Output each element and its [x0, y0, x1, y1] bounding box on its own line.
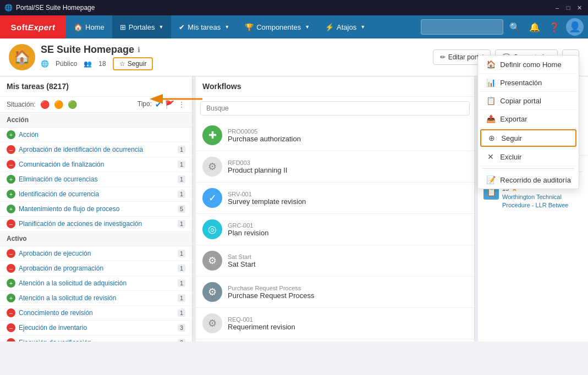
task-link[interactable]: Identificación de ocurrencia [19, 190, 175, 198]
nav-componentes[interactable]: 🏆 Componentes ▼ [237, 15, 317, 38]
task-status-icon: + [7, 190, 15, 198]
task-link[interactable]: Eliminación de ocurrencias [19, 175, 175, 183]
workflow-icon: ⚙ [202, 157, 222, 177]
workflow-info: Sat Start Sat Start [228, 253, 468, 268]
maximize-button[interactable]: □ [564, 3, 573, 12]
list-item[interactable]: – Conocimiento de revisión 1 [0, 306, 192, 321]
search-icon-btn[interactable]: 🔍 [507, 19, 523, 35]
workflow-item[interactable]: ◎ GRC-001 Plan revision [196, 214, 474, 245]
task-link[interactable]: Mantenimiento de flujo de proceso [19, 205, 175, 213]
task-count: 2 [178, 339, 185, 341]
dropdown-item-label: Seguir [501, 134, 522, 142]
visibility-label: Público [56, 60, 77, 68]
list-item[interactable]: – Aprobación de programación 1 [0, 261, 192, 276]
dropdown-item-label: Copiar portal [500, 97, 541, 105]
orange-filter-icon[interactable]: 🟠 [54, 100, 63, 109]
list-item[interactable]: – Planificación de acciones de investiga… [0, 217, 192, 231]
nav-portales[interactable]: ⊞ Portales ▼ [112, 15, 172, 38]
task-status-icon: – [7, 160, 15, 169]
dropdown-item[interactable]: 📊 Presentación [478, 74, 579, 92]
task-status-icon: + [7, 294, 15, 302]
task-link[interactable]: Planificación de acciones de investigaci… [19, 220, 175, 228]
task-link[interactable]: Aprobación de programación [19, 264, 175, 272]
portal-header-left: 🏠 SE Suite Homepage ℹ 🌐 Público 👥 18 ☆ S… [9, 44, 153, 70]
portal-meta: SE Suite Homepage ℹ 🌐 Público 👥 18 ☆ Seg… [41, 44, 153, 70]
workflow-item[interactable]: ⚙ RFD003 Product planning II [196, 151, 474, 183]
section-activo-label: Activo [7, 235, 27, 242]
task-link[interactable]: Aprobación de ejecución [19, 250, 175, 257]
mistareas-caret: ▼ [224, 24, 229, 30]
task-count: 1 [178, 309, 185, 317]
workflow-name: Sat Start [228, 260, 468, 268]
task-link[interactable]: Ejecución de inventario [19, 324, 175, 332]
list-item[interactable]: + Eliminación de ocurrencias 1 [0, 172, 192, 187]
dropdown-item-icon: ⊕ [487, 134, 497, 142]
workflow-item[interactable]: ⚙ REQ-001 Requeriment revision [196, 308, 474, 339]
task-count: 1 [178, 161, 185, 168]
bell-icon-btn[interactable]: 🔔 [526, 19, 543, 35]
close-button[interactable]: ✕ [575, 3, 584, 12]
dropdown-item[interactable]: 📤 Exportar [478, 110, 579, 128]
workflow-item[interactable]: ⚙ Purchase Request Process Purchase Requ… [196, 277, 474, 308]
list-item[interactable]: + Acción [0, 128, 192, 142]
list-item[interactable]: – Comunicación de finalización 1 [0, 157, 192, 172]
check-icon: ✔ [179, 23, 185, 31]
task-count: 3 [178, 324, 185, 332]
task-link[interactable]: Ejecución de verificación [19, 339, 175, 341]
task-link[interactable]: Atención a la solicitud de revisión [19, 294, 175, 302]
workflow-item[interactable]: ✚ PRO00005 Purchase authorization [196, 120, 474, 151]
list-item[interactable]: + Atención a la solicitud de revisión 1 [0, 291, 192, 306]
task-link[interactable]: Aprobación de identificación de ocurrenc… [19, 146, 175, 153]
task-count: 1 [178, 220, 185, 228]
help-icon-btn[interactable]: ❓ [546, 19, 563, 35]
list-item[interactable]: – Aprobación de ejecución 1 [0, 246, 192, 261]
dropdown-menu: 🏠 Definir como Home📊 Presentación📋 Copia… [477, 55, 579, 189]
red-filter-icon[interactable]: 🔴 [40, 100, 50, 109]
workflow-icon: ⚙ [202, 282, 222, 302]
task-link[interactable]: Comunicación de finalización [19, 161, 175, 168]
portales-icon: ⊞ [120, 23, 126, 31]
search-input[interactable] [421, 19, 503, 35]
dropdown-item[interactable]: 🏠 Definir como Home [478, 56, 579, 74]
list-item[interactable]: + Mantenimiento de flujo de proceso 5 [0, 202, 192, 217]
dropdown-item[interactable]: ✕ Excluir [478, 148, 579, 166]
lightning-icon: ⚡ [325, 23, 334, 31]
minimize-button[interactable]: – [553, 3, 562, 12]
workflow-item[interactable]: ⚙ Sat Start Sat Start [196, 245, 474, 277]
portal-title: SE Suite Homepage [41, 44, 134, 56]
nav-right: 🔍 🔔 ❓ 👤 [421, 18, 588, 36]
list-item[interactable]: – Ejecución de verificación 2 [0, 335, 192, 341]
top-navigation: SoftExpert 🏠 Home ⊞ Portales ▼ ✔ Mis tar… [0, 15, 588, 38]
nav-mistareas[interactable]: ✔ Mis tareas ▼ [171, 15, 237, 38]
workflow-code: RFD003 [228, 159, 468, 166]
task-list-activo: – Aprobación de ejecución 1 – Aprobación… [0, 246, 192, 341]
nav-atajos[interactable]: ⚡ Atajos ▼ [317, 15, 373, 38]
seguir-label: Seguir [128, 60, 147, 68]
dropdown-item[interactable]: 📝 Recorrido de auditoría [478, 171, 579, 189]
green-filter-icon[interactable]: 🟢 [68, 100, 77, 109]
dropdown-item[interactable]: 📋 Copiar portal [478, 92, 579, 110]
list-item[interactable]: + Atención a la solicitud de adquisición… [0, 276, 192, 291]
dropdown-item-icon: 🏠 [486, 60, 496, 69]
user-avatar[interactable]: 👤 [566, 18, 584, 36]
dropdown-item[interactable]: ⊕ Seguir [480, 129, 576, 147]
nav-atajos-label: Atajos [337, 23, 356, 31]
logo[interactable]: SoftExpert [0, 15, 66, 38]
seguir-button[interactable]: ☆ Seguir [113, 57, 153, 70]
task-link[interactable]: Atención a la solicitud de adquisición [19, 279, 175, 287]
task-count: 5 [178, 205, 185, 213]
list-item[interactable]: – Aprobación de identificación de ocurre… [0, 142, 192, 157]
mis-tareas-panel: Mis tareas (8217) Situación: 🔴 🟠 🟢 Tipo:… [0, 76, 193, 341]
workflow-item[interactable]: ✓ SRV-001 Survey template revision [196, 183, 474, 214]
list-item[interactable]: – Ejecución de inventario 3 [0, 321, 192, 335]
task-status-icon: + [7, 175, 15, 184]
atajos-caret: ▼ [360, 24, 365, 30]
titlebar: 🌐 Portal/SE Suite Homepage – □ ✕ [0, 0, 588, 15]
nav-home[interactable]: 🏠 Home [66, 15, 112, 38]
workflow-search-input[interactable] [200, 101, 470, 115]
accion-main-link[interactable]: Acción [19, 131, 185, 139]
list-item[interactable]: + Identificación de ocurrencia 1 [0, 187, 192, 202]
task-count: 1 [178, 146, 185, 153]
task-status-icon: – [7, 308, 15, 317]
task-link[interactable]: Conocimiento de revisión [19, 309, 175, 317]
